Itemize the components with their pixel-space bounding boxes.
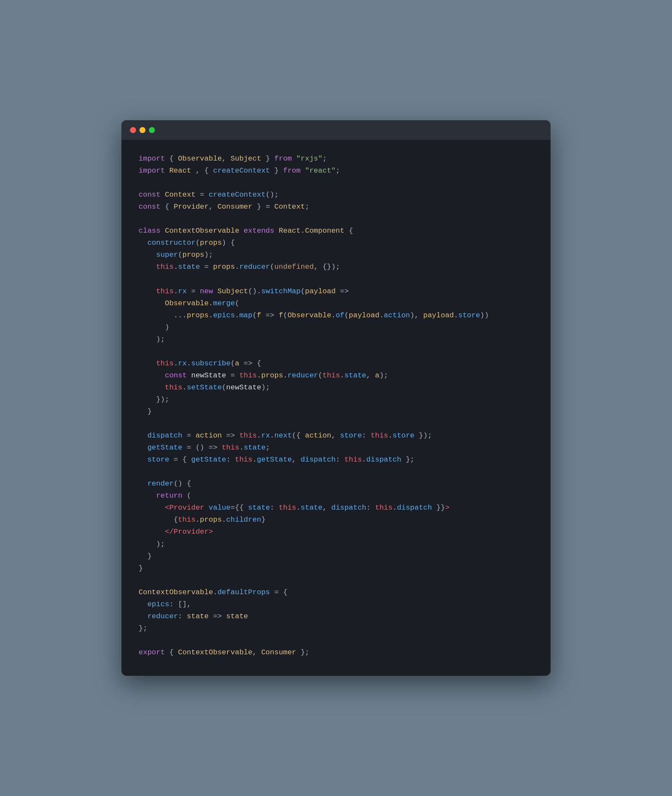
code-line-22: render() {: [139, 478, 533, 490]
code-line-blank-3: [139, 273, 533, 285]
code-line-5: class ContextObservable extends React.Co…: [139, 225, 533, 237]
code-line-8: this.state = props.reducer(undefined, {}…: [139, 261, 533, 273]
titlebar: [121, 120, 551, 140]
code-line-21: store = { getState: this.getState, dispa…: [139, 454, 533, 466]
code-line-2: import React , { createContext } from "r…: [139, 165, 533, 177]
code-line-11: ...props.epics.map(f => f(Observable.of(…: [139, 310, 533, 322]
code-line-25: {this.props.children}: [139, 514, 533, 526]
code-line-26: </Provider>: [139, 526, 533, 538]
code-line-blank-5: [139, 418, 533, 430]
code-line-13: );: [139, 334, 533, 346]
code-line-12: ): [139, 322, 533, 334]
code-line-blank-8: [139, 635, 533, 647]
code-line-24: <Provider value={{ state: this.state, di…: [139, 502, 533, 514]
code-line-28: }: [139, 550, 533, 562]
code-line-blank-2: [139, 213, 533, 225]
code-line-17: });: [139, 394, 533, 406]
code-line-16: this.setState(newState);: [139, 382, 533, 394]
code-line-31: epics: [],: [139, 599, 533, 611]
code-line-blank-6: [139, 466, 533, 478]
code-line-18: }: [139, 406, 533, 418]
code-line-4: const { Provider, Consumer } = Context;: [139, 201, 533, 213]
code-line-32: reducer: state => state: [139, 611, 533, 623]
code-line-7: super(props);: [139, 249, 533, 261]
code-line-34: export { ContextObservable, Consumer };: [139, 647, 533, 659]
code-line-3: const Context = createContext();: [139, 189, 533, 201]
code-line-20: getState = () => this.state;: [139, 442, 533, 454]
code-line-10: Observable.merge(: [139, 298, 533, 310]
code-line-33: };: [139, 623, 533, 635]
code-line-1: import { Observable, Subject } from "rxj…: [139, 153, 533, 165]
code-line-23: return (: [139, 490, 533, 502]
code-line-blank-7: [139, 574, 533, 586]
close-button[interactable]: [130, 127, 136, 133]
maximize-button[interactable]: [149, 127, 155, 133]
code-line-19: dispatch = action => this.rx.next({ acti…: [139, 430, 533, 442]
code-line-15: const newState = this.props.reducer(this…: [139, 370, 533, 382]
code-window: import { Observable, Subject } from "rxj…: [121, 120, 551, 676]
code-editor: import { Observable, Subject } from "rxj…: [121, 140, 551, 676]
code-line-blank-4: [139, 346, 533, 358]
code-line-14: this.rx.subscribe(a => {: [139, 358, 533, 370]
code-line-6: constructor(props) {: [139, 237, 533, 249]
code-line-blank-1: [139, 177, 533, 189]
code-line-30: ContextObservable.defaultProps = {: [139, 586, 533, 599]
code-line-27: );: [139, 538, 533, 550]
minimize-button[interactable]: [139, 127, 145, 133]
code-line-9: this.rx = new Subject().switchMap(payloa…: [139, 286, 533, 298]
code-line-29: }: [139, 562, 533, 574]
